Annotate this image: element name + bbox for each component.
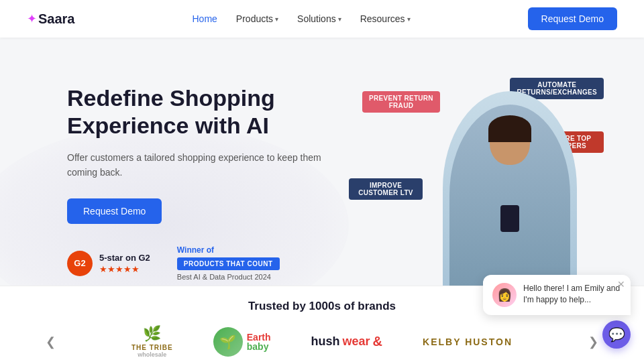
tribe-icon: 🌿 <box>143 325 161 343</box>
float-label-improve: IMPROVECUSTOMER LTV <box>349 178 423 200</box>
logo-text: Saara <box>38 11 75 27</box>
chevron-down-icon: ▾ <box>275 15 278 23</box>
person-hair <box>488 115 531 142</box>
hero-left: Redefine Shopping Experience with AI Off… <box>67 71 349 281</box>
chat-icon: 💬 <box>608 326 625 343</box>
nav-resources[interactable]: Resources ▾ <box>360 13 411 24</box>
hero-section: Redefine Shopping Experience with AI Off… <box>0 38 644 286</box>
earth-baby-logo: 🌱 Earth baby <box>213 327 271 357</box>
g2-stars: ★★★★★ <box>99 264 150 274</box>
earthbaby-text: Earth baby <box>247 333 271 351</box>
ptc-badge: PRODUCTS THAT COUNT <box>177 257 280 270</box>
hw-hush: hush <box>311 335 340 349</box>
logo[interactable]: ✦ Saara <box>27 11 75 27</box>
hw-wear-text: wear <box>343 335 370 349</box>
logo-item-earthbaby: 🌱 Earth baby <box>213 327 271 357</box>
logo-item-hushwear: hush wear & <box>311 334 382 349</box>
nav-solutions[interactable]: Solutions ▾ <box>297 13 341 24</box>
float-label-prevent: PREVENT RETURNFRAUD <box>362 91 440 113</box>
hero-person-illustration <box>443 91 577 286</box>
hush-wear-logo: hush wear & <box>311 334 382 349</box>
chevron-down-icon: ▾ <box>338 15 341 23</box>
hero-subtitle: Offer customers a tailored shopping expe… <box>67 150 349 180</box>
nav-products[interactable]: Products ▾ <box>236 13 278 24</box>
awards-row: G2 5-star on G2 ★★★★★ Winner of PRODUCTS… <box>67 245 349 281</box>
ptc-subtitle: Best AI & Data Product 2024 <box>177 273 271 281</box>
hero-demo-button[interactable]: Request Demo <box>67 198 162 224</box>
person-body <box>449 105 570 286</box>
person-phone <box>500 205 519 232</box>
chat-message: Hello there! I am Emily and I'm happy to… <box>523 283 621 306</box>
chat-close-button[interactable]: ✕ <box>617 279 625 290</box>
chat-avatar: 👩 <box>492 283 517 307</box>
earthbaby-sub: baby <box>247 342 271 351</box>
hero-title: Redefine Shopping Experience with AI <box>67 84 349 139</box>
chat-open-button[interactable]: 💬 <box>602 320 631 349</box>
earthbaby-name: Earth <box>247 333 271 342</box>
chat-bubble: 👩 Hello there! I am Emily and I'm happy … <box>483 275 631 315</box>
ptc-award: Winner of PRODUCTS THAT COUNT Best AI & … <box>177 245 280 281</box>
g2-award: G2 5-star on G2 ★★★★★ <box>67 251 150 276</box>
g2-label: 5-star on G2 <box>99 253 150 263</box>
navbar: ✦ Saara Home Products ▾ Solutions ▾ Reso… <box>0 0 644 38</box>
carousel-prev-button[interactable]: ❮ <box>40 332 61 352</box>
hero-right: PREVENT RETURNFRAUD AUTOMATERETURNS/EXCH… <box>349 71 604 286</box>
nav-home[interactable]: Home <box>192 13 217 24</box>
chat-widget: 👩 Hello there! I am Emily and I'm happy … <box>483 275 631 349</box>
g2-info: 5-star on G2 ★★★★★ <box>99 253 150 274</box>
earthbaby-icon: 🌱 <box>213 327 243 357</box>
g2-circle: G2 <box>67 251 93 276</box>
the-tribe-logo: 🌿 THE TRIBE wholesale <box>131 325 173 358</box>
nav-links: Home Products ▾ Solutions ▾ Resources ▾ <box>192 13 410 24</box>
logo-icon: ✦ <box>27 11 37 26</box>
chevron-down-icon: ▾ <box>407 15 411 23</box>
logo-item-tribe: 🌿 THE TRIBE wholesale <box>131 325 173 358</box>
ptc-winner-label: Winner of <box>177 245 214 255</box>
nav-demo-button[interactable]: Request Demo <box>528 7 617 30</box>
hw-amp: & <box>373 334 382 349</box>
